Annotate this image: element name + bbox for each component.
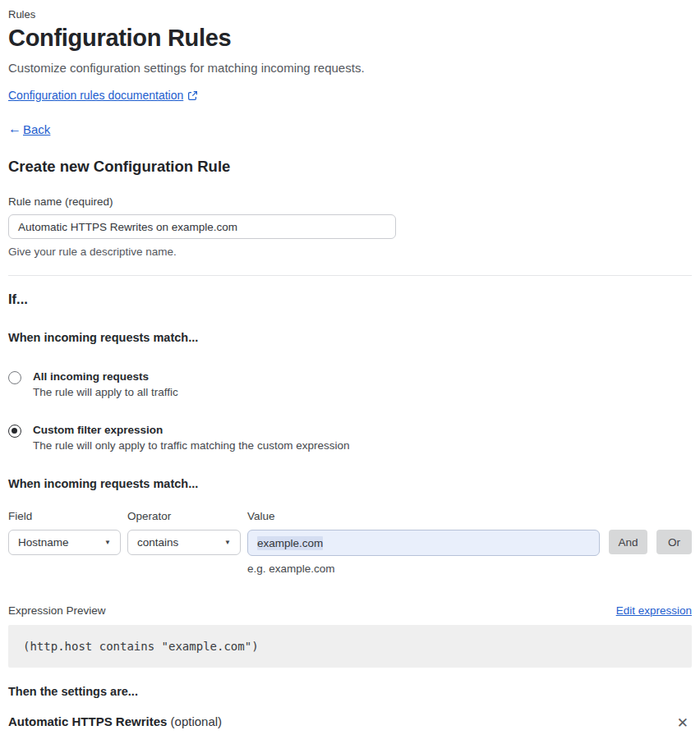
match-heading-2: When incoming requests match... — [8, 477, 692, 490]
rule-name-input[interactable]: Automatic HTTPS Rewrites on example.com — [8, 214, 396, 239]
match-heading-1: When incoming requests match... — [8, 331, 692, 344]
back-link-row: ← Back — [8, 122, 692, 136]
chevron-down-icon: ▼ — [224, 539, 231, 546]
expression-preview-label: Expression Preview — [8, 604, 106, 617]
section-divider — [8, 275, 692, 276]
value-label: Value — [247, 510, 600, 522]
create-rule-heading: Create new Configuration Rule — [8, 158, 692, 176]
documentation-link[interactable]: Configuration rules documentation — [8, 89, 183, 102]
page-title: Configuration Rules — [8, 25, 692, 52]
optional-tag: (optional) — [171, 714, 223, 728]
operator-select-value: contains — [137, 536, 178, 549]
field-label: Field — [8, 510, 121, 522]
operator-label: Operator — [127, 510, 241, 522]
rule-name-label: Rule name (required) — [8, 195, 692, 208]
radio-label: All incoming requests — [33, 370, 178, 383]
back-arrow-icon: ← — [8, 122, 21, 136]
configuration-rules-page: Rules Configuration Rules Customize conf… — [0, 0, 700, 744]
value-input[interactable]: example.com — [247, 530, 600, 556]
setting-header-row: Automatic HTTPS Rewrites (optional) ✕ — [8, 714, 692, 732]
setting-title: Automatic HTTPS Rewrites (optional) — [8, 714, 222, 728]
breadcrumb: Rules — [8, 8, 692, 21]
rule-name-value: Automatic HTTPS Rewrites on example.com — [18, 221, 237, 233]
documentation-link-row: Configuration rules documentation — [8, 89, 692, 102]
if-heading: If... — [8, 292, 692, 307]
value-helper: e.g. example.com — [247, 563, 600, 575]
expression-code: (http.host contains "example.com") — [23, 640, 259, 653]
radio-button-all-requests[interactable] — [8, 371, 21, 384]
value-input-text: example.com — [257, 536, 323, 550]
radio-option-custom-filter[interactable]: Custom filter expression The rule will o… — [8, 424, 692, 452]
page-subtitle: Customize configuration settings for mat… — [8, 61, 692, 75]
operator-select[interactable]: contains ▼ — [127, 530, 241, 555]
expression-preview-row: Expression Preview Edit expression — [8, 604, 692, 617]
chevron-down-icon: ▼ — [104, 539, 111, 546]
field-select[interactable]: Hostname ▼ — [8, 530, 121, 555]
radio-option-all-requests[interactable]: All incoming requests The rule will appl… — [8, 370, 692, 398]
edit-expression-link[interactable]: Edit expression — [616, 604, 692, 617]
back-link[interactable]: Back — [23, 122, 50, 136]
radio-description: The rule will apply to all traffic — [33, 386, 178, 398]
radio-description: The rule will only apply to traffic matc… — [33, 439, 349, 452]
expression-builder-row: Field Hostname ▼ Operator contains ▼ Val… — [8, 510, 692, 575]
radio-label: Custom filter expression — [33, 424, 349, 436]
and-button[interactable]: And — [609, 530, 647, 554]
expression-code-box: (http.host contains "example.com") — [8, 625, 692, 668]
close-icon[interactable]: ✕ — [674, 714, 692, 732]
radio-button-custom-filter[interactable] — [8, 425, 21, 438]
external-link-icon — [187, 90, 198, 101]
field-select-value: Hostname — [18, 536, 69, 549]
rule-name-helper: Give your rule a descriptive name. — [8, 246, 692, 258]
or-button[interactable]: Or — [656, 530, 692, 554]
then-settings-heading: Then the settings are... — [8, 685, 692, 698]
request-match-radio-group: All incoming requests The rule will appl… — [8, 370, 692, 452]
